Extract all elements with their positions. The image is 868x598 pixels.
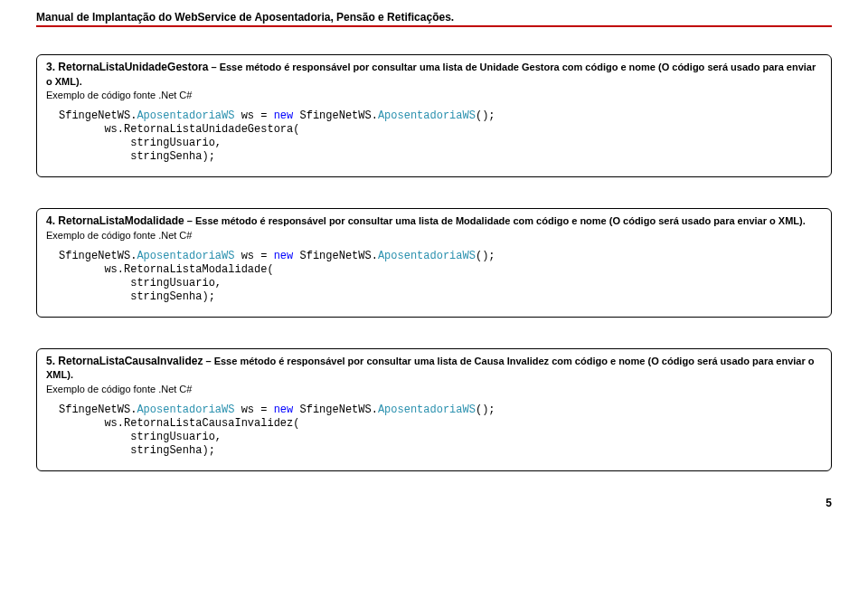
code-line: stringSenha);: [59, 290, 215, 303]
method-section-3: 3. RetornaListaUnidadeGestora – Esse mét…: [36, 54, 832, 177]
code-line: ws.RetornaListaUnidadeGestora(: [59, 123, 299, 136]
code-text: SfingeNetWS.: [293, 403, 378, 416]
code-line: stringSenha);: [59, 150, 215, 163]
code-class: AposentadoriaWS: [378, 250, 476, 262]
page-number: 5: [826, 497, 832, 509]
code-text: ws =: [234, 250, 273, 262]
code-text: ();: [476, 403, 495, 416]
code-line: stringSenha);: [59, 444, 215, 457]
code-text: ();: [476, 109, 495, 122]
code-class: AposentadoriaWS: [378, 109, 476, 122]
code-keyword: new: [274, 250, 294, 262]
code-text: SfingeNetWS.: [293, 109, 378, 122]
code-line: stringUsuario,: [59, 277, 222, 290]
code-caption: Exemplo de código fonte .Net C#: [46, 384, 822, 394]
method-name: RetornaListaModalidade: [58, 214, 184, 227]
method-sep: –: [203, 356, 213, 366]
method-name: RetornaListaUnidadeGestora: [58, 61, 208, 73]
code-keyword: new: [274, 109, 294, 122]
code-class: AposentadoriaWS: [137, 109, 234, 122]
code-caption: Exemplo de código fonte .Net C#: [46, 230, 822, 241]
code-text: SfingeNetWS.: [59, 109, 137, 122]
section-4-heading: 4. RetornaListaModalidade – Esse método …: [46, 214, 822, 229]
header-red-rule: [36, 25, 832, 27]
section-number: 3.: [46, 61, 55, 73]
code-text: SfingeNetWS.: [59, 403, 137, 416]
method-name: RetornaListaCausaInvalidez: [58, 355, 203, 367]
code-line: stringUsuario,: [59, 431, 222, 443]
method-sep: –: [184, 215, 195, 226]
method-section-4: 4. RetornaListaModalidade – Esse método …: [36, 208, 832, 318]
code-line: ws.RetornaListaModalidade(: [59, 263, 274, 276]
code-text: ws =: [234, 109, 273, 122]
code-text: SfingeNetWS.: [293, 250, 378, 262]
section-number: 5.: [46, 355, 55, 367]
code-block-5: SfingeNetWS.AposentadoriaWS ws = new Sfi…: [46, 403, 822, 458]
section-number: 4.: [46, 214, 55, 227]
code-block-4: SfingeNetWS.AposentadoriaWS ws = new Sfi…: [46, 250, 822, 304]
code-text: ws =: [234, 403, 273, 416]
section-5-heading: 5. RetornaListaCausaInvalidez – Esse mét…: [46, 355, 822, 383]
code-line: stringUsuario,: [59, 137, 222, 149]
method-sep: –: [208, 62, 219, 72]
code-class: AposentadoriaWS: [137, 403, 234, 416]
code-class: AposentadoriaWS: [378, 403, 476, 416]
section-3-heading: 3. RetornaListaUnidadeGestora – Esse mét…: [46, 61, 822, 89]
code-text: SfingeNetWS.: [59, 250, 137, 262]
code-block-3: SfingeNetWS.AposentadoriaWS ws = new Sfi…: [46, 109, 822, 164]
code-line: ws.RetornaListaCausaInvalidez(: [59, 417, 299, 430]
code-caption: Exemplo de código fonte .Net C#: [46, 90, 822, 100]
document-header-title: Manual de Implantação do WebService de A…: [36, 11, 832, 24]
code-keyword: new: [274, 403, 294, 416]
method-description: Esse método é responsável por consultar …: [195, 215, 806, 226]
method-section-5: 5. RetornaListaCausaInvalidez – Esse mét…: [36, 348, 832, 471]
code-text: ();: [476, 250, 495, 262]
code-class: AposentadoriaWS: [137, 250, 234, 262]
